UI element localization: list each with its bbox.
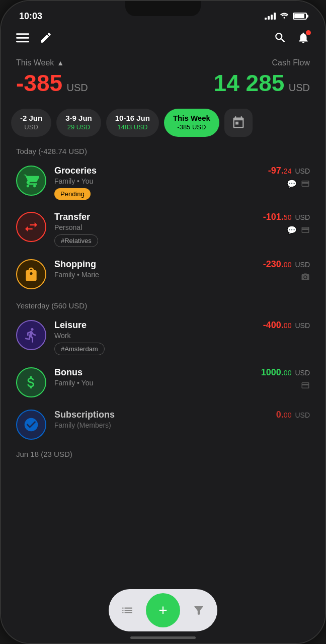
leisure-amount: -400.00 USD [263, 320, 310, 331]
svg-rect-3 [16, 41, 29, 43]
bell-icon [297, 37, 310, 46]
camera-icon [301, 273, 310, 284]
transaction-subscriptions[interactable]: Subscriptions Family (Members) 0.00 USD [1, 404, 325, 446]
bonus-amount: 1000.00 USD [261, 367, 310, 392]
leisure-details: Leisure Work #Amsterdam [54, 320, 255, 355]
search-icon[interactable] [274, 31, 287, 46]
status-time: 10:03 [19, 11, 42, 22]
week-tab-1[interactable]: 3-9 Jun 29 USD [56, 109, 101, 137]
nav-left [16, 31, 52, 46]
top-nav [1, 27, 325, 54]
cash-flow-amount: 14 285 USD [214, 69, 310, 97]
card-icon-3 [301, 381, 310, 392]
groceries-icon [16, 166, 46, 196]
bonus-icon [16, 367, 46, 397]
card-icon [301, 179, 310, 190]
bottom-nav-pill: + [109, 589, 217, 631]
leisure-icon [16, 320, 46, 350]
this-week-label: This Week ▲ [16, 58, 88, 67]
summary-left: This Week ▲ -385 USD [16, 58, 88, 97]
menu-icon[interactable] [16, 31, 29, 46]
arrow-up-icon: ▲ [57, 59, 64, 67]
pending-tag: Pending [54, 188, 91, 200]
signal-bars-icon [265, 13, 276, 20]
week-tabs: -2 Jun USD 3-9 Jun 29 USD 10-16 Jun 1483… [1, 105, 325, 141]
yesterday-label: Yesterday (560 USD) [1, 295, 325, 314]
today-label: Today (-428.74 USD) [1, 141, 325, 159]
subscriptions-icon [16, 410, 46, 440]
filter-button[interactable] [184, 596, 213, 625]
calendar-tab[interactable] [224, 109, 253, 137]
summary-right: Cash Flow 14 285 USD [214, 58, 310, 97]
transfer-amount: -101.50 USD 💬 [263, 212, 310, 236]
this-week-amount: -385 USD [16, 69, 88, 97]
groceries-amount: -97.24 USD 💬 [268, 166, 310, 190]
comment-icon: 💬 [287, 179, 297, 190]
notification-button[interactable] [297, 31, 310, 46]
groceries-details: Groceries Family • You Pending [54, 166, 260, 200]
notch [125, 1, 201, 16]
bonus-details: Bonus Family • You [54, 367, 253, 387]
transaction-leisure[interactable]: Leisure Work #Amsterdam -400.00 USD [1, 314, 325, 361]
bottom-day-label: Jun 18 (23 USD) [1, 446, 325, 460]
week-tab-0[interactable]: -2 Jun USD [11, 109, 51, 137]
wifi-icon [280, 12, 289, 21]
svg-point-0 [284, 17, 285, 19]
subscriptions-details: Subscriptions Family (Members) [54, 410, 268, 429]
add-button[interactable]: + [146, 593, 180, 627]
shopping-details: Shopping Family • Marie [54, 259, 255, 279]
transaction-bonus[interactable]: Bonus Family • You 1000.00 USD [1, 361, 325, 404]
cash-flow-label: Cash Flow [214, 58, 310, 67]
home-indicator [130, 636, 196, 639]
transaction-groceries[interactable]: Groceries Family • You Pending -97.24 US… [1, 159, 325, 206]
transfer-icon [16, 212, 46, 242]
bottom-nav: + [1, 588, 325, 643]
amsterdam-tag: #Amsterdam [54, 343, 105, 355]
list-button[interactable] [113, 596, 142, 625]
week-tab-2[interactable]: 10-16 Jun 1483 USD [106, 109, 159, 137]
add-icon: + [158, 603, 168, 618]
comment-icon-2: 💬 [287, 225, 297, 236]
svg-rect-1 [16, 33, 29, 35]
svg-rect-2 [16, 37, 29, 39]
status-icons [265, 12, 307, 21]
phone-screen: 10:03 [1, 1, 325, 643]
subscriptions-amount: 0.00 USD [276, 410, 310, 420]
card-icon-2 [301, 225, 310, 236]
transaction-transfer[interactable]: Transfer Personal #Relatives -101.50 USD… [1, 206, 325, 253]
transactions-list: Today (-428.74 USD) Groceries Family • Y… [1, 141, 325, 511]
transfer-details: Transfer Personal #Relatives [54, 212, 255, 247]
shopping-icon [16, 259, 46, 289]
edit-icon[interactable] [39, 31, 52, 46]
summary-header: This Week ▲ -385 USD Cash Flow 14 285 US… [1, 54, 325, 105]
phone-frame: 10:03 [0, 0, 326, 644]
relatives-tag: #Relatives [54, 234, 98, 247]
transaction-shopping[interactable]: Shopping Family • Marie -230.00 USD [1, 253, 325, 295]
battery-icon [293, 13, 307, 20]
notification-badge [306, 30, 311, 35]
nav-right [274, 31, 310, 46]
week-tab-this-week[interactable]: This Week -385 USD [164, 109, 219, 137]
shopping-amount: -230.00 USD [263, 259, 310, 284]
